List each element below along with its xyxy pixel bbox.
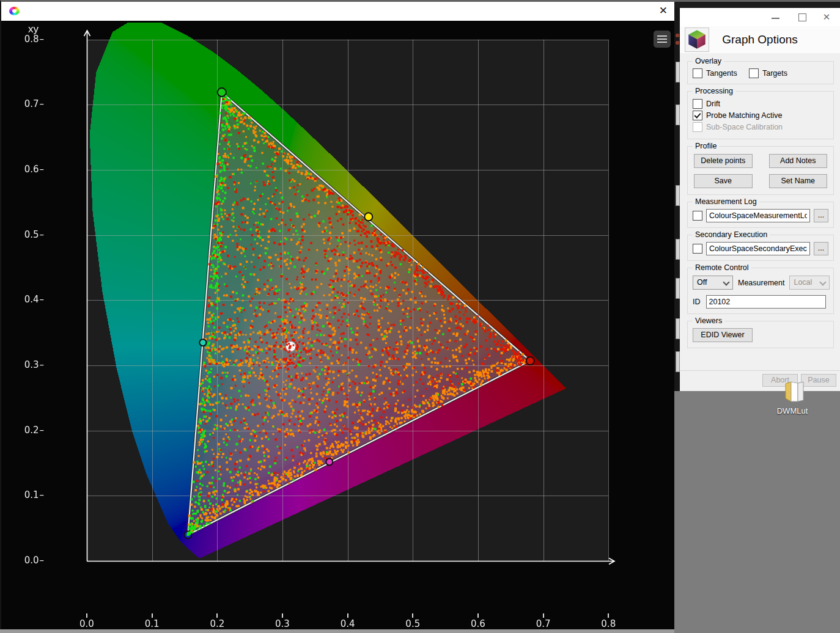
- chart-area: xy 0.0–0.1–0.2–0.3–0.4–0.5–0.6–0.7–0.8– …: [1, 23, 674, 631]
- probe-matching-row: Probe Matching Active: [693, 111, 828, 120]
- group-label: Viewers: [693, 316, 724, 325]
- measurement-label: Measurement: [738, 279, 784, 287]
- graph-options-window: ✕: [680, 8, 840, 391]
- tangents-checkbox[interactable]: [693, 68, 702, 78]
- close-button[interactable]: ✕: [659, 4, 668, 18]
- y-tick-label: 0.3–: [11, 359, 44, 370]
- window-fragment: [676, 104, 680, 125]
- x-tick-label: 0.5: [399, 613, 426, 629]
- colourspace-cube-icon[interactable]: [685, 27, 709, 52]
- minimize-icon: [772, 18, 779, 19]
- group-label: Measurement Log: [693, 197, 759, 206]
- window-fragment: [676, 185, 680, 206]
- lut-files-icon: [776, 380, 809, 403]
- app-icon: [9, 7, 20, 15]
- measurement-value: Local: [794, 278, 812, 287]
- panel-footer: Abort Pause: [680, 370, 840, 391]
- group-label: Profile: [693, 142, 719, 150]
- close-icon: ✕: [823, 12, 831, 22]
- chromaticity-window: ✕ xy 0.0–0.1–0.2–0.3–0.4–0.5–0.6–0.7–0.8…: [0, 0, 674, 629]
- window-fragment: [676, 239, 680, 260]
- occluded-window-top: [674, 0, 840, 8]
- drift-label: Drift: [706, 100, 720, 108]
- group-label: Remote Control: [693, 263, 751, 272]
- y-tick-label: 0.4–: [11, 294, 44, 305]
- panel-header: Graph Options: [680, 26, 840, 53]
- tangents-row: Tangents: [693, 68, 749, 78]
- panel-content: Overlay Tangents Targets Processing: [680, 53, 840, 370]
- overlay-group: Overlay Tangents Targets: [687, 61, 834, 84]
- minimize-button[interactable]: [769, 11, 781, 23]
- add-notes-button[interactable]: Add Notes: [769, 154, 828, 168]
- chevron-down-icon: [820, 279, 827, 285]
- window-fragment: [676, 351, 680, 372]
- window-bottom-border: [0, 629, 674, 633]
- secondary-execution-group: Secondary Execution ...: [687, 235, 834, 261]
- maximize-button[interactable]: [796, 11, 808, 23]
- edid-viewer-button[interactable]: EDID Viewer: [693, 328, 753, 342]
- window-fragment: [676, 34, 679, 37]
- tangents-label: Tangents: [706, 69, 737, 78]
- x-tick-label: 0.8: [595, 613, 622, 629]
- window-fragment: [676, 62, 680, 82]
- panel-titlebar[interactable]: ✕: [680, 8, 840, 26]
- chromaticity-chart-canvas[interactable]: [1, 23, 674, 631]
- measurement-select: Local: [789, 276, 830, 290]
- save-button[interactable]: Save: [694, 174, 753, 188]
- window-fragment: [676, 278, 680, 299]
- measurement-log-group: Measurement Log ...: [687, 202, 834, 228]
- y-tick-label: 0.8–: [11, 34, 44, 45]
- y-tick-label: 0.1–: [11, 489, 44, 500]
- group-label: Processing: [693, 87, 735, 95]
- profile-group: Profile Delete points Add Notes Save Set…: [687, 146, 834, 195]
- x-tick-label: 0.4: [334, 613, 361, 629]
- probe-matching-label: Probe Matching Active: [706, 111, 782, 120]
- window-fragment: [676, 318, 680, 339]
- id-label: ID: [693, 298, 701, 306]
- set-name-button[interactable]: Set Name: [769, 174, 828, 188]
- x-tick-label: 0.1: [139, 613, 166, 629]
- drift-row: Drift: [693, 99, 828, 109]
- measurement-log-input[interactable]: [706, 209, 810, 222]
- occluded-window-strip: [674, 8, 680, 391]
- x-tick-label: 0.6: [465, 613, 492, 629]
- secondary-exec-input[interactable]: [706, 242, 810, 255]
- x-tick-label: 0.3: [269, 613, 296, 629]
- chart-titlebar[interactable]: ✕: [1, 2, 674, 21]
- y-tick-label: 0.7–: [11, 98, 44, 109]
- hamburger-menu-button[interactable]: [654, 31, 671, 48]
- desktop-icon-label: DWMLut: [769, 406, 816, 415]
- drift-checkbox[interactable]: [693, 99, 702, 109]
- y-tick-label: 0.5–: [11, 229, 44, 240]
- delete-points-button[interactable]: Delete points: [694, 154, 753, 168]
- desktop-icon-dwmlut[interactable]: DWMLut: [769, 380, 816, 415]
- targets-checkbox[interactable]: [749, 68, 759, 78]
- close-button[interactable]: ✕: [820, 11, 833, 23]
- hamburger-icon: [657, 35, 667, 37]
- id-input[interactable]: [706, 295, 826, 309]
- group-label: Overlay: [693, 57, 724, 65]
- processing-group: Processing Drift Probe Matching Active S…: [687, 91, 834, 139]
- secondary-exec-checkbox[interactable]: [693, 244, 702, 254]
- subspace-checkbox: [693, 122, 702, 132]
- targets-row: Targets: [749, 68, 787, 78]
- x-tick-label: 0.2: [204, 613, 230, 629]
- x-tick-label: 0.0: [73, 613, 100, 629]
- subspace-row: Sub-Space Calibration: [693, 122, 828, 132]
- targets-label: Targets: [762, 69, 787, 78]
- y-tick-label: 0.0–: [11, 555, 44, 566]
- y-tick-label: 0.6–: [11, 164, 44, 175]
- group-label: Secondary Execution: [693, 230, 770, 239]
- measurement-log-browse-button[interactable]: ...: [814, 209, 828, 222]
- remote-mode-select[interactable]: Off: [693, 276, 733, 290]
- maximize-icon: [798, 13, 806, 21]
- viewers-group: Viewers EDID Viewer: [687, 321, 834, 348]
- measurement-log-checkbox[interactable]: [693, 211, 702, 221]
- subspace-label: Sub-Space Calibration: [706, 123, 783, 131]
- desktop: ✕ xy 0.0–0.1–0.2–0.3–0.4–0.5–0.6–0.7–0.8…: [0, 0, 840, 633]
- probe-matching-checkbox[interactable]: [693, 111, 702, 120]
- chevron-down-icon: [723, 279, 729, 285]
- secondary-exec-browse-button[interactable]: ...: [814, 242, 828, 255]
- window-fragment: [676, 41, 679, 45]
- x-tick-label: 0.7: [530, 613, 557, 629]
